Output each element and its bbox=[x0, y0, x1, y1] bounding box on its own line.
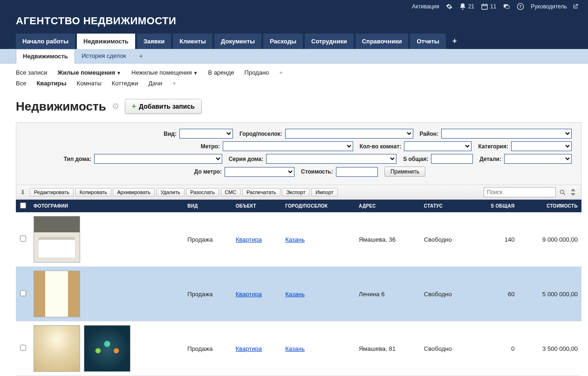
filter-rooms[interactable] bbox=[404, 141, 472, 151]
listing-photo[interactable] bbox=[34, 216, 80, 263]
filter-price[interactable] bbox=[336, 167, 378, 177]
filter-link[interactable]: Все записи bbox=[16, 69, 47, 76]
search-input[interactable] bbox=[484, 187, 556, 197]
chat-icon[interactable] bbox=[503, 3, 510, 10]
activation-link[interactable]: Активация bbox=[412, 3, 439, 10]
toolbar-button[interactable]: Редактировать bbox=[30, 188, 74, 196]
filter-vid[interactable] bbox=[179, 129, 233, 139]
col-area: S ОБЩАЯ bbox=[472, 200, 519, 212]
row-checkbox[interactable] bbox=[20, 236, 26, 242]
nav-tab[interactable]: Расходы bbox=[263, 34, 303, 49]
col-object: ОБЪЕКТ bbox=[232, 200, 281, 212]
filter-link[interactable]: Комнаты bbox=[77, 80, 102, 87]
filter-form: Вид: Город/поселок: Район: Метро: Кол-во… bbox=[16, 122, 581, 185]
svg-rect-2 bbox=[506, 6, 509, 8]
svg-rect-0 bbox=[482, 4, 487, 9]
listing-photo[interactable] bbox=[34, 325, 80, 372]
city-link[interactable]: Казань bbox=[285, 345, 305, 352]
col-address: АДРЕС bbox=[355, 200, 420, 212]
calendar-icon[interactable]: 11 bbox=[481, 3, 496, 10]
toolbar-button[interactable]: Копировать bbox=[75, 188, 111, 196]
toolbar-button[interactable]: Распечатать bbox=[242, 188, 280, 196]
toolbar-button[interactable]: Архивировать bbox=[113, 188, 155, 196]
toolbar-button[interactable]: Импорт bbox=[311, 188, 337, 196]
nav-tab[interactable]: Справочники bbox=[356, 34, 409, 49]
filter-link[interactable]: Продано bbox=[245, 69, 269, 76]
svg-text:?: ? bbox=[520, 4, 522, 9]
filter-area[interactable] bbox=[431, 154, 473, 164]
table-row[interactable]: ПродажаКвартираКазаньЛенина 6Свободно605… bbox=[16, 267, 581, 321]
add-subtab-icon[interactable]: + bbox=[132, 49, 149, 63]
svg-point-5 bbox=[560, 190, 564, 194]
filter-link[interactable]: Квартиры bbox=[36, 80, 66, 87]
filter-link[interactable]: В аренде bbox=[208, 69, 234, 76]
add-filter-icon[interactable]: + bbox=[279, 69, 283, 76]
nav-tab[interactable]: Документы bbox=[214, 34, 261, 49]
sort-icon[interactable] bbox=[569, 188, 577, 196]
nav-tab[interactable]: Начало работы bbox=[16, 34, 75, 49]
sub-tab[interactable]: Недвижимость bbox=[16, 49, 75, 63]
listing-photo[interactable] bbox=[84, 325, 130, 372]
row-checkbox[interactable] bbox=[20, 290, 26, 296]
filter-link[interactable]: Дачи bbox=[149, 80, 163, 87]
table-row[interactable]: ПродажаКвартираКазаньЯмашева, 81Свободно… bbox=[16, 321, 581, 376]
city-link[interactable]: Казань bbox=[285, 291, 305, 298]
sub-tab[interactable]: История сделок bbox=[75, 49, 133, 63]
filter-link[interactable]: Коттеджи bbox=[112, 80, 138, 87]
add-tab-icon[interactable]: + bbox=[448, 34, 461, 49]
filter-house-type[interactable] bbox=[94, 154, 222, 164]
listing-photo[interactable] bbox=[34, 271, 80, 317]
toolbar-button[interactable]: Удалить bbox=[157, 188, 185, 196]
nav-tab[interactable]: Недвижимость bbox=[77, 34, 135, 49]
object-link[interactable]: Квартира bbox=[236, 236, 262, 243]
filter-city[interactable] bbox=[285, 129, 413, 139]
plus-icon: + bbox=[132, 102, 136, 111]
search-icon[interactable] bbox=[558, 188, 567, 196]
filter-district[interactable] bbox=[441, 129, 572, 139]
filter-details[interactable] bbox=[504, 154, 572, 164]
col-photos: ФОТОГРАФИИ bbox=[30, 200, 184, 212]
calendar-count: 11 bbox=[490, 3, 496, 10]
filter-metro[interactable] bbox=[223, 141, 353, 151]
app-logo: АГЕНТСТВО НЕДВИЖИМОСТИ bbox=[16, 15, 579, 27]
select-arrow-icon[interactable]: ⬇ bbox=[20, 188, 26, 196]
toolbar-button[interactable]: СМС bbox=[221, 188, 241, 196]
filter-link[interactable]: Нежилые помещения ▼ bbox=[131, 69, 198, 76]
notifications-count: 21 bbox=[468, 3, 474, 10]
filter-link[interactable]: Все bbox=[16, 80, 26, 87]
nav-tab[interactable]: Клиенты bbox=[173, 34, 212, 49]
apply-filter-button[interactable]: Применить bbox=[384, 167, 425, 177]
col-price: СТОИМОСТЬ bbox=[518, 200, 581, 212]
user-menu[interactable]: Руководитель bbox=[531, 3, 579, 10]
filter-link[interactable]: Жилые помещения ▼ bbox=[57, 69, 121, 76]
table-row[interactable]: ПродажаКвартираКазаньЯмашева, 36Свободно… bbox=[16, 212, 581, 267]
col-status: СТАТУС bbox=[420, 200, 472, 212]
page-settings-icon[interactable]: ⚙ bbox=[112, 101, 119, 111]
add-record-button[interactable]: + Добавить запись bbox=[125, 99, 202, 114]
help-icon[interactable]: ? bbox=[517, 3, 524, 10]
settings-icon[interactable] bbox=[446, 3, 452, 10]
toolbar-button[interactable]: Разослать bbox=[186, 188, 219, 196]
col-vid: ВИД bbox=[184, 200, 232, 212]
city-link[interactable]: Казань bbox=[285, 236, 305, 243]
col-city: ГОРОД/ПОСЕЛОК bbox=[281, 200, 355, 212]
filter-category[interactable] bbox=[511, 141, 572, 151]
object-link[interactable]: Квартира bbox=[236, 291, 262, 298]
row-checkbox[interactable] bbox=[20, 345, 26, 351]
nav-tab[interactable]: Заявки bbox=[137, 34, 171, 49]
nav-tab[interactable]: Сотрудники bbox=[305, 34, 354, 49]
nav-tab[interactable]: Отчеты bbox=[410, 34, 446, 49]
page-title: Недвижимость bbox=[16, 99, 106, 114]
toolbar-button[interactable]: Экспорт bbox=[282, 188, 309, 196]
notifications-icon[interactable]: 21 bbox=[459, 3, 474, 10]
filter-to-metro[interactable] bbox=[225, 167, 294, 177]
select-all-checkbox[interactable] bbox=[20, 202, 26, 209]
add-filter-icon[interactable]: + bbox=[172, 80, 176, 87]
object-link[interactable]: Квартира bbox=[236, 345, 262, 352]
filter-series[interactable] bbox=[266, 154, 397, 164]
